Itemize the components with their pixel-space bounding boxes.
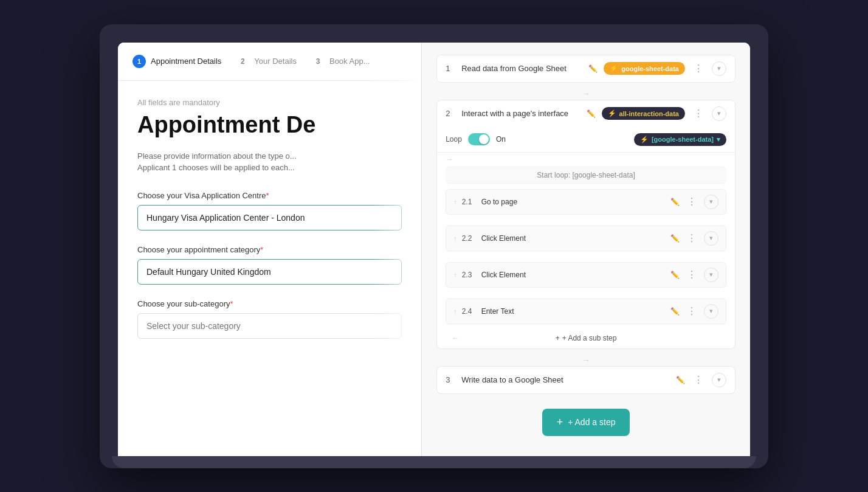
visa-centre-group: Choose your Visa Application Centre* [137,191,402,230]
sub-category-input[interactable] [137,313,402,339]
sub-step-2-1-edit[interactable]: ✏️ [670,198,680,206]
sub-step-2-3-arrow: ↑ [453,271,457,279]
step-3-circle: 3 [311,55,325,68]
connector-1: → [436,88,735,100]
sub-step-2-3-num: 2.3 [462,271,477,279]
step-3-num-wf: 3 [446,375,455,384]
loop-start-label-container: Start loop: [google-sheet-data] [446,166,726,184]
toggle-thumb [479,134,489,144]
sub-step-2-3: ↑ 2.3 Click Element ✏️ ⋮ ▾ [446,262,726,288]
sub-step-2-4-arrow: ↑ [453,308,457,315]
appointment-category-label: Choose your appointment category* [137,245,402,254]
sub-step-2-4-num: 2.4 [462,307,477,316]
sub-step-2-1: ↑ 2.1 Go to page ✏️ ⋮ ▾ [446,189,726,215]
add-sub-step-plus: + [556,334,560,342]
sub-step-2-1-chevron[interactable]: ▾ [704,195,718,209]
step-3-edit-icon[interactable]: ✏️ [676,376,685,384]
sub-connector-1 [446,218,726,226]
loop-tag-label: [google-sheet-data] [652,136,714,143]
step-1-label: Appointment Details [151,57,221,66]
loop-header: Loop On ⚡ [google-sheet-data] ▾ [437,127,735,153]
sub-step-2-4-edit[interactable]: ✏️ [670,307,680,316]
workflow-step-1: 1 Read data from Google Sheet ✏️ ⚡ googl… [436,55,735,83]
sub-step-2-4-header: ↑ 2.4 Enter Text ✏️ ⋮ ▾ [446,299,726,324]
connector-2: → [436,354,735,366]
loop-tag-container: ⚡ [google-sheet-data] ▾ [634,133,726,146]
step-2[interactable]: 2 Your Details [236,55,297,68]
sub-step-arrows: ← + + Add a sub step → [452,334,720,342]
sub-step-2-4: ↑ 2.4 Enter Text ✏️ ⋮ ▾ [446,299,726,324]
step-3-more-icon[interactable]: ⋮ [691,374,706,386]
loop-tag: ⚡ [google-sheet-data] ▾ [634,133,726,146]
sub-step-2-1-arrow: ↑ [453,198,457,206]
laptop-base [112,456,756,468]
loop-label: Loop [446,135,462,144]
sub-step-2-1-label: Go to page [481,198,666,206]
step-1-num: 1 [446,64,455,73]
step-2-num-wf: 2 [446,109,455,118]
loop-enter-arrow: → [437,153,735,166]
step-1-tag-label: google-sheet-data [621,65,679,72]
step-2-tag-icon: ⚡ [608,109,616,117]
add-step-button[interactable]: + + Add a step [542,409,630,436]
step-3-header-wf: 3 Write data to a Google Sheet ✏️ ⋮ ▾ [437,367,735,393]
step-2-tag-label: all-interaction-data [619,110,679,117]
step-2-tag: ⚡ all-interaction-data [602,107,685,120]
loop-toggle[interactable] [468,133,490,145]
step-1-more-icon[interactable]: ⋮ [691,63,706,74]
add-step-label: + Add a step [568,417,615,427]
form-content: All fields are mandatory Appointment De … [118,81,421,370]
step-3[interactable]: 3 Book App... [311,55,370,68]
step-2-chevron[interactable]: ▾ [712,106,726,121]
step-2-edit-icon[interactable]: ✏️ [587,109,596,118]
visa-centre-label: Choose your Visa Application Centre* [137,191,402,200]
step-1[interactable]: 1 Appointment Details [133,55,221,68]
add-sub-step-btn[interactable]: + + Add a sub step [556,334,617,342]
step-1-tag-icon: ⚡ [610,64,618,72]
form-description: Please provide information about the typ… [137,150,402,174]
add-sub-step-container: ← + + Add a sub step → [446,328,726,348]
loop-back-arrow: ← [452,334,459,342]
step-3-label: Book App... [329,57,370,66]
laptop: 1 Appointment Details 2 Your Details 3 B… [100,24,768,468]
sub-step-2-2-chevron[interactable]: ▾ [704,231,718,246]
loop-on-text: On [496,135,506,144]
sub-step-2-3-more[interactable]: ⋮ [684,269,699,280]
sub-step-2-2-header: ↑ 2.2 Click Element ✏️ ⋮ ▾ [446,226,726,251]
sub-step-2-1-num: 2.1 [462,198,477,206]
workflow-step-2: 2 Interact with a page's interface ✏️ ⚡ … [436,100,735,349]
form-subtitle: All fields are mandatory [137,98,402,107]
workflow-step-3: 3 Write data to a Google Sheet ✏️ ⋮ ▾ [436,366,735,394]
step-2-label-wf: Interact with a page's interface [461,109,580,118]
sub-step-2-3-edit[interactable]: ✏️ [670,271,680,279]
step-1-edit-icon[interactable]: ✏️ [588,64,598,73]
sub-step-2-1-more[interactable]: ⋮ [684,196,699,207]
sub-category-group: Choose your sub-category* [137,299,402,339]
appointment-category-group: Choose your appointment category* [137,245,402,285]
visa-centre-input[interactable] [137,205,402,230]
add-sub-step-label: + Add a sub step [562,334,617,342]
step-1-circle: 1 [133,55,146,68]
step-3-chevron[interactable]: ▾ [712,373,726,387]
step-2-more-icon[interactable]: ⋮ [691,108,706,119]
loop-tag-icon: ⚡ [640,136,649,144]
form-panel: 1 Appointment Details 2 Your Details 3 B… [118,43,421,456]
appointment-category-input[interactable] [137,259,402,285]
sub-step-2-2-label: Click Element [481,234,666,243]
sub-step-2-4-more[interactable]: ⋮ [684,305,699,317]
sub-step-2-2-more[interactable]: ⋮ [684,232,699,244]
form-title: Appointment De [137,112,402,138]
step-1-header: 1 Read data from Google Sheet ✏️ ⚡ googl… [437,55,735,82]
sub-connector-3 [446,291,726,299]
sub-step-2-3-chevron[interactable]: ▾ [704,268,718,282]
sub-connector-2 [446,255,726,262]
add-step-container: + + Add a step [436,399,735,436]
sub-step-2-4-chevron[interactable]: ▾ [704,304,718,319]
step-1-chevron[interactable]: ▾ [712,61,726,76]
step-2-header: 2 Interact with a page's interface ✏️ ⚡ … [437,100,735,127]
loop-tag-chevron: ▾ [717,136,720,144]
step-1-tag: ⚡ google-sheet-data [604,62,685,75]
sub-step-2-2: ↑ 2.2 Click Element ✏️ ⋮ ▾ [446,226,726,251]
sub-step-2-2-edit[interactable]: ✏️ [670,234,680,243]
sub-step-2-2-num: 2.2 [462,234,477,243]
